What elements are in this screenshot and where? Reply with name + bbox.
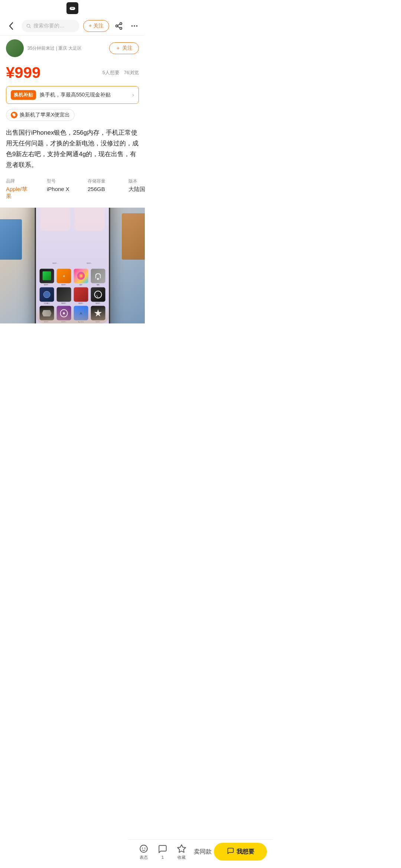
user-follow-button[interactable]: ＋ 关注 — [109, 42, 139, 54]
spec-brand[interactable]: 品牌 Apple/苹果 — [6, 178, 39, 200]
svg-point-8 — [134, 25, 135, 27]
promo-banner[interactable]: 换机补贴 换手机，享最高550元现金补贴 › — [6, 86, 139, 104]
user-bar: 35分钟前来过 | 重庆 大足区 ＋ 关注 — [0, 36, 145, 61]
product-description: 出售国行iPhonex银色，256g内存，手机正常使用无任何问题，才换的全新电池… — [0, 126, 145, 178]
tag-section: 换新机了苹果X便宜出 — [0, 109, 145, 126]
svg-point-2 — [120, 22, 122, 24]
product-image: 18:23 ▪▪▪ 等待中... 等待中... — [0, 208, 145, 323]
svg-point-9 — [136, 25, 138, 27]
spec-version[interactable]: 版本 大陆国行 — [128, 178, 145, 200]
user-meta: 35分钟前来过 | 重庆 大足区 — [27, 45, 105, 52]
share-button[interactable] — [113, 20, 125, 32]
price-section: ¥999 5人想要 76浏览 — [0, 61, 145, 86]
price-meta: 5人想要 76浏览 — [100, 69, 139, 76]
more-button[interactable] — [128, 20, 140, 32]
status-bar — [0, 0, 145, 16]
nav-bar: 搜索你要的… + 关注 — [0, 16, 145, 36]
spec-storage[interactable]: 存储容量 256GB — [88, 178, 121, 200]
svg-line-6 — [118, 24, 120, 25]
promo-badge: 换机补贴 — [11, 90, 36, 100]
search-bar[interactable]: 搜索你要的… — [22, 20, 79, 32]
price-display: ¥999 — [6, 64, 40, 82]
avatar[interactable] — [6, 39, 24, 57]
svg-point-4 — [120, 27, 122, 29]
search-placeholder: 搜索你要的… — [33, 23, 65, 29]
user-time-location: 35分钟前来过 | 重庆 大足区 — [27, 45, 105, 52]
svg-point-7 — [131, 25, 133, 27]
mask-icon — [66, 2, 78, 14]
spec-model[interactable]: 型号 iPhone X — [47, 178, 80, 200]
promo-text: 换手机，享最高550元现金补贴 — [40, 92, 128, 98]
tag-icon — [11, 112, 17, 118]
svg-line-5 — [118, 26, 120, 28]
listing-tag[interactable]: 换新机了苹果X便宜出 — [6, 109, 75, 121]
promo-arrow-icon: › — [132, 92, 134, 98]
back-button[interactable] — [4, 19, 18, 33]
svg-point-3 — [116, 25, 118, 27]
follow-button[interactable]: + 关注 — [83, 20, 109, 32]
specs-table: 品牌 Apple/苹果 型号 iPhone X 存储容量 256GB 版本 大陆… — [0, 178, 145, 208]
